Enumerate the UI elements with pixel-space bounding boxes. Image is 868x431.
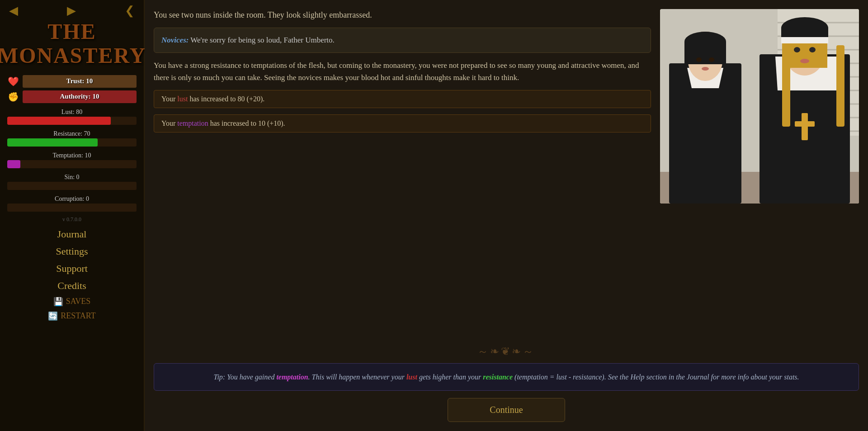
corruption-label: Corruption: 0: [7, 195, 137, 203]
corruption-wrapper: Corruption: 0: [7, 194, 137, 212]
dialogue-text: We're sorry for being so loud, Father Um…: [189, 36, 334, 44]
restart-button[interactable]: 🔄 RESTART: [48, 311, 95, 321]
stat-change2-prefix: Your: [161, 119, 177, 127]
tip-resistance-word: resistance: [483, 373, 513, 381]
settings-link[interactable]: Settings: [56, 246, 88, 257]
temptation-wrapper: Temptation: 10: [7, 150, 137, 168]
sidebar: ◀ ▶ ❮ THE MONASTERY ❤️ Trust: 10 ✊ Autho…: [0, 0, 145, 431]
corruption-bar-bg: [7, 204, 137, 212]
text-panel: You see two nuns inside the room. They l…: [154, 9, 651, 340]
stat-change2: Your temptation has increased to 10 (+10…: [154, 114, 651, 133]
sin-label: Sin: 0: [7, 174, 137, 181]
tip-middle2: gets higher than your: [417, 373, 483, 381]
image-panel: [660, 9, 859, 340]
journal-link[interactable]: Journal: [57, 228, 87, 240]
narrative2: You have a strong resistance to temptati…: [154, 59, 651, 84]
trust-bar: Trust: 10: [23, 75, 137, 88]
support-link[interactable]: Support: [56, 263, 88, 275]
dialogue-box: Novices: We're sorry for being so loud, …: [154, 28, 651, 53]
main-content: You see two nuns inside the room. They l…: [145, 0, 868, 431]
save-icon: 💾: [53, 297, 63, 307]
authority-bar: Authority: 10: [23, 90, 137, 103]
temptation-bar-bg: [7, 160, 137, 168]
resistance-label: Resistance: 70: [7, 130, 137, 137]
svg-rect-17: [684, 42, 726, 64]
forward-button[interactable]: ▶: [67, 5, 76, 16]
svg-rect-28: [781, 37, 828, 43]
tip-suffix: (temptation = lust - resistance). See th…: [513, 373, 799, 381]
lust-change-word: lust: [177, 95, 188, 103]
svg-rect-33: [795, 121, 815, 127]
svg-point-30: [809, 47, 816, 52]
svg-point-31: [800, 59, 809, 63]
resistance-bar-fill: [7, 138, 98, 147]
stat-change1-suffix: has increased to 80 (+20).: [188, 95, 264, 103]
nav-arrows: ◀ ▶ ❮: [0, 5, 144, 16]
divider: ～❧❦❧～: [154, 344, 859, 359]
lust-bar-fill: [7, 117, 111, 125]
story-area: You see two nuns inside the room. They l…: [154, 9, 859, 340]
saves-button[interactable]: 💾 SAVES: [53, 297, 91, 307]
credits-link[interactable]: Credits: [57, 280, 86, 292]
svg-point-20: [702, 67, 709, 71]
lust-bar-bg: [7, 117, 137, 125]
stats-section: ❤️ Trust: 10 ✊ Authority: 10 Lust: 80 Re…: [7, 75, 137, 212]
narrative1: You see two nuns inside the room. They l…: [154, 9, 651, 21]
sin-wrapper: Sin: 0: [7, 172, 137, 190]
tip-temptation-word: temptation: [276, 373, 308, 381]
restart-icon: 🔄: [48, 311, 58, 321]
breadcrumb-button[interactable]: ❮: [125, 5, 135, 16]
tip-lust-word: lust: [406, 373, 417, 381]
dialogue-speaker: Novices:: [161, 36, 189, 44]
trust-label: Trust: 10: [66, 77, 93, 85]
resistance-wrapper: Resistance: 70: [7, 128, 137, 147]
lust-label: Lust: 80: [7, 109, 137, 116]
tip-prefix: Tip: You have gained: [213, 373, 276, 381]
stat-change1: Your lust has increased to 80 (+20).: [154, 90, 651, 108]
svg-point-29: [794, 47, 800, 52]
tip-box: Tip: You have gained temptation. This wi…: [154, 363, 859, 391]
game-title: THE MONASTERY: [0, 20, 146, 68]
temptation-change-word: temptation: [177, 119, 208, 127]
lust-wrapper: Lust: 80: [7, 107, 137, 125]
version-text: v 0.7.0.0: [62, 216, 81, 223]
stat-change2-suffix: has increased to 10 (+10).: [208, 119, 285, 127]
continue-button[interactable]: Continue: [448, 398, 565, 422]
temptation-label: Temptation: 10: [7, 152, 137, 159]
tip-middle1: . This will happen whenever your: [308, 373, 406, 381]
stat-change1-prefix: Your: [161, 95, 177, 103]
svg-point-19: [709, 57, 714, 62]
back-button[interactable]: ◀: [9, 5, 18, 16]
svg-point-18: [696, 57, 702, 62]
svg-rect-34: [782, 45, 790, 127]
trust-row: ❤️ Trust: 10: [7, 75, 137, 88]
svg-rect-35: [836, 45, 844, 127]
fist-icon: ✊: [7, 90, 20, 103]
temptation-bar-fill: [7, 160, 20, 168]
sin-bar-bg: [7, 182, 137, 190]
scene-image: [660, 9, 859, 204]
authority-label: Authority: 10: [60, 93, 99, 100]
svg-rect-27: [781, 28, 828, 37]
heart-icon: ❤️: [7, 75, 20, 88]
authority-row: ✊ Authority: 10: [7, 90, 137, 103]
resistance-bar-bg: [7, 138, 137, 147]
